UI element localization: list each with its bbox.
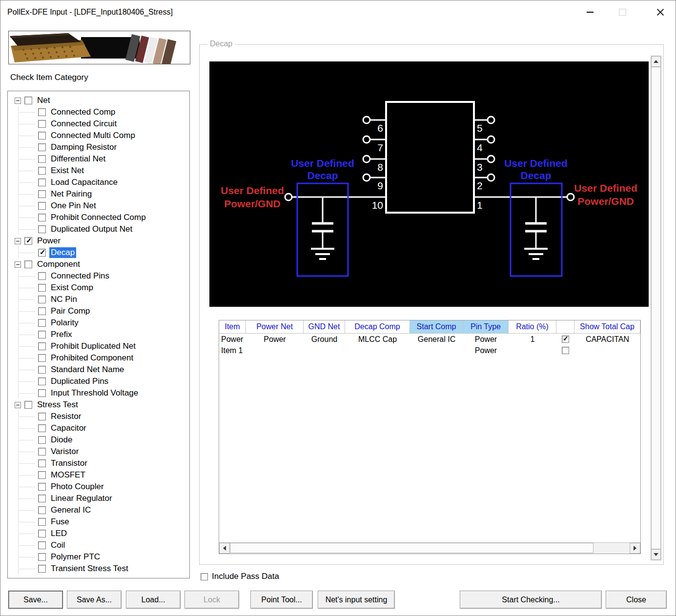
tree-expander-icon[interactable]: [15, 402, 21, 408]
table-body[interactable]: PowerPowerGroundMLCC CapGeneral ICPower1…: [219, 334, 640, 542]
row-checkbox[interactable]: [562, 336, 569, 343]
tree-checkbox[interactable]: [38, 530, 46, 537]
tree-checkbox[interactable]: [38, 413, 46, 420]
col-header-gnd-net[interactable]: GND Net: [304, 320, 345, 333]
table-row[interactable]: PowerPowerGroundMLCC CapGeneral ICPower1…: [219, 334, 640, 345]
col-header-start-comp[interactable]: Start Comp: [410, 320, 463, 333]
col-header-show-total-cap[interactable]: Show Total Cap: [574, 320, 640, 333]
tree-item-one-pin-net[interactable]: One Pin Net: [8, 200, 189, 212]
tree-item-duplicated-pins[interactable]: Duplicated Pins: [8, 376, 189, 387]
tree-checkbox[interactable]: [38, 424, 46, 432]
tree-checkbox[interactable]: [24, 260, 32, 268]
tree-checkbox[interactable]: [38, 143, 46, 151]
tree-checkbox[interactable]: [38, 378, 46, 385]
save-as-button[interactable]: Save As...: [67, 591, 122, 609]
tree-item-transistor[interactable]: Transistor: [8, 457, 189, 469]
tree-item-component[interactable]: Component: [8, 258, 189, 270]
tree-checkbox[interactable]: [38, 518, 46, 526]
tree-checkbox[interactable]: [38, 108, 46, 116]
tree-item-stress-test[interactable]: Stress Test: [8, 399, 189, 411]
load-button[interactable]: Load...: [126, 591, 181, 609]
tree-item-coil[interactable]: Coil: [8, 539, 189, 551]
tree-item-standard-net-name[interactable]: Standard Net Name: [8, 364, 189, 376]
tree-checkbox[interactable]: [38, 389, 46, 397]
check-tree[interactable]: NetConnected CompConnected CircuitConnec…: [7, 91, 190, 578]
tree-checkbox[interactable]: [38, 120, 46, 128]
row-checkbox[interactable]: [562, 347, 569, 354]
tree-item-prohibit-duplicated-net[interactable]: Prohibit Duplicated Net: [8, 340, 189, 352]
tree-item-nc-pin[interactable]: NC Pin: [8, 294, 189, 305]
horizontal-scrollbar[interactable]: [219, 542, 640, 554]
tree-item-general-ic[interactable]: General IC: [8, 504, 189, 516]
tree-item-exist-comp[interactable]: Exist Comp: [8, 282, 189, 294]
tree-checkbox[interactable]: [38, 132, 46, 139]
tree-item-fuse[interactable]: Fuse: [8, 516, 189, 528]
tree-checkbox[interactable]: [24, 401, 32, 409]
point-tool-button[interactable]: Point Tool...: [250, 591, 313, 609]
tree-checkbox[interactable]: [38, 155, 46, 163]
col-header-item[interactable]: Item: [219, 320, 246, 333]
tree-item-decap[interactable]: Decap: [8, 247, 189, 258]
col-header-ratio[interactable]: Ratio (%): [509, 320, 556, 333]
tree-item-prefix[interactable]: Prefix: [8, 329, 189, 340]
minimize-button[interactable]: [582, 5, 598, 20]
tree-checkbox[interactable]: [38, 284, 46, 292]
tree-checkbox[interactable]: [38, 225, 46, 233]
tree-checkbox[interactable]: [38, 307, 46, 315]
tree-expander-icon[interactable]: [15, 261, 21, 268]
tree-checkbox[interactable]: [38, 202, 46, 210]
tree-expander-icon[interactable]: [15, 238, 21, 244]
tree-checkbox[interactable]: [38, 506, 46, 514]
tree-item-diode[interactable]: Diode: [8, 434, 189, 446]
save-button[interactable]: Save...: [8, 591, 63, 609]
tree-checkbox[interactable]: [38, 495, 46, 502]
tree-item-mosfet[interactable]: MOSFET: [8, 469, 189, 481]
tree-checkbox[interactable]: [38, 483, 46, 491]
tree-item-damping-resistor[interactable]: Damping Resistor: [8, 141, 189, 153]
close-dialog-button[interactable]: Close: [606, 591, 667, 609]
col-header-decap-comp[interactable]: Decap Comp: [345, 320, 410, 333]
tree-item-polymer-ptc[interactable]: Polymer PTC: [8, 551, 189, 563]
tree-item-connected-multi-comp[interactable]: Connected Multi Comp: [8, 130, 189, 141]
col-header-power-net[interactable]: Power Net: [246, 320, 304, 333]
tree-item-power[interactable]: Power: [8, 235, 189, 247]
tree-checkbox[interactable]: [38, 354, 46, 362]
table-row[interactable]: Item 1Power: [219, 345, 640, 356]
close-button[interactable]: [652, 5, 669, 20]
tree-item-exist-net[interactable]: Exist Net: [8, 165, 189, 177]
tree-checkbox[interactable]: [38, 471, 46, 479]
tree-checkbox[interactable]: [38, 553, 46, 561]
tree-item-connected-circuit[interactable]: Connected Circuit: [8, 118, 189, 130]
vertical-scrollbar[interactable]: [651, 56, 661, 560]
tree-checkbox[interactable]: [38, 541, 46, 549]
tree-checkbox[interactable]: [38, 214, 46, 221]
tree-item-connected-pins[interactable]: Connected Pins: [8, 270, 189, 282]
tree-item-capacitor[interactable]: Capacitor: [8, 422, 189, 434]
tree-item-duplicated-output-net[interactable]: Duplicated Output Net: [8, 223, 189, 235]
horizontal-scroll-thumb[interactable]: [230, 543, 594, 553]
tree-item-polarity[interactable]: Polarity: [8, 317, 189, 329]
tree-checkbox[interactable]: [38, 565, 46, 573]
scroll-left-button[interactable]: [219, 543, 230, 554]
tree-item-net-pairing[interactable]: Net Pairing: [8, 188, 189, 200]
tree-item-connected-comp[interactable]: Connected Comp: [8, 106, 189, 118]
tree-checkbox[interactable]: [38, 319, 46, 327]
tree-item-load-capacitance[interactable]: Load Capacitance: [8, 177, 189, 188]
tree-checkbox[interactable]: [38, 249, 46, 257]
vertical-scroll-thumb[interactable]: [651, 67, 661, 549]
tree-expander-icon[interactable]: [15, 98, 21, 104]
maximize-button[interactable]: [614, 5, 631, 20]
scroll-up-button[interactable]: [651, 56, 661, 67]
tree-checkbox[interactable]: [24, 237, 32, 245]
tree-item-photo-coupler[interactable]: Photo Coupler: [8, 481, 189, 493]
tree-item-resistor[interactable]: Resistor: [8, 411, 189, 422]
scroll-down-button[interactable]: [651, 549, 661, 560]
col-header-check[interactable]: [556, 320, 574, 333]
tree-checkbox[interactable]: [38, 459, 46, 467]
nets-input-setting-button[interactable]: Net's input setting: [318, 591, 395, 609]
tree-item-net[interactable]: Net: [8, 95, 189, 106]
scroll-right-button[interactable]: [630, 543, 640, 554]
tree-checkbox[interactable]: [38, 167, 46, 175]
tree-checkbox[interactable]: [38, 366, 46, 374]
tree-item-differential-net[interactable]: Differential Net: [8, 153, 189, 165]
